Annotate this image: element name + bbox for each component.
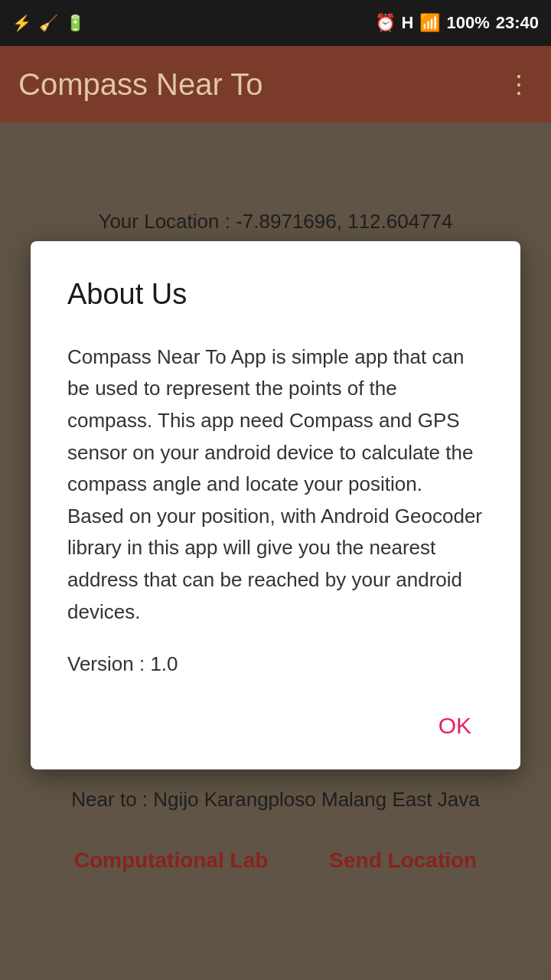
signal-h-icon: H [402,13,414,33]
dialog-version: Version : 1.0 [67,652,484,676]
status-right-info: ⏰ H 📶 100% 23:40 [375,13,539,33]
dialog-title: About Us [67,278,484,311]
battery-percent: 100% [446,13,489,33]
app-title: Compass Near To [18,67,262,102]
about-dialog: About Us Compass Near To App is simple a… [31,241,520,769]
usb-icon: ⚡ [12,14,31,32]
ok-button[interactable]: OK [426,707,484,745]
overflow-menu-icon[interactable]: ⋮ [507,70,533,99]
dialog-overlay: About Us Compass Near To App is simple a… [0,122,551,980]
status-left-icons: ⚡ 🧹 🔋 [12,14,85,32]
battery-icon: 🔋 [66,14,85,32]
dialog-body: Compass Near To App is simple app that c… [67,341,484,628]
dialog-actions: OK [67,707,484,745]
broom-icon: 🧹 [39,14,58,32]
alarm-icon: ⏰ [375,13,396,33]
status-bar: ⚡ 🧹 🔋 ⏰ H 📶 100% 23:40 [0,0,551,46]
app-bar: Compass Near To ⋮ [0,46,551,122]
clock: 23:40 [496,13,539,33]
network-strength-icon: 📶 [419,13,440,33]
